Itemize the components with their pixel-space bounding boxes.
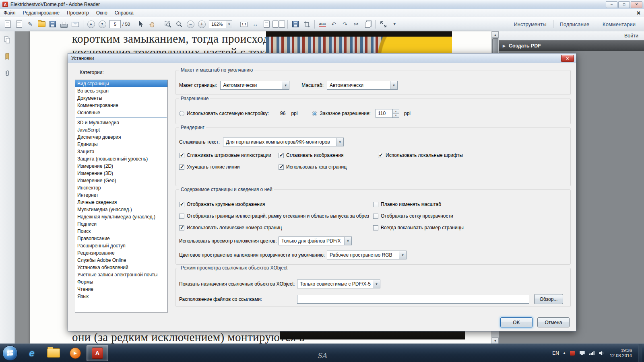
page-number-input[interactable]: 5 xyxy=(109,20,121,28)
save-copy-button[interactable] xyxy=(290,19,301,29)
browse-button[interactable]: Обзор... xyxy=(534,294,563,304)
minimize-button[interactable]: – xyxy=(606,1,617,8)
category-item[interactable]: Диспетчер доверия xyxy=(75,134,167,141)
category-item[interactable]: Основные xyxy=(75,109,167,116)
fit-width-button[interactable]: ↔ xyxy=(250,19,260,29)
menu-help[interactable]: Справка xyxy=(111,9,137,16)
toolbar-overflow-button[interactable]: ▼ xyxy=(389,19,400,29)
marquee-zoom-button[interactable] xyxy=(163,19,173,29)
category-item[interactable]: Язык xyxy=(75,293,167,300)
category-item[interactable]: Вид страницы xyxy=(75,80,167,87)
taskbar-ie-button[interactable]: e xyxy=(21,346,42,361)
category-item[interactable]: Единицы xyxy=(75,141,167,148)
smooth-zoom-checkbox[interactable]: Плавно изменять масштаб xyxy=(373,202,441,207)
zoom-tool-button[interactable] xyxy=(174,19,184,29)
category-item[interactable]: Во весь экран xyxy=(75,87,167,95)
local-fonts-checkbox[interactable]: Использовать локальные шрифты xyxy=(378,152,463,158)
language-indicator[interactable]: EN xyxy=(552,350,559,356)
page-thumbnails-button[interactable] xyxy=(3,35,12,44)
cancel-button[interactable]: Отмена xyxy=(537,317,570,327)
dialog-close-button[interactable]: ✕ xyxy=(561,55,574,62)
art-box-checkbox[interactable]: Отображать границы иллюстраций, рамку от… xyxy=(179,213,373,219)
category-item[interactable]: Установка обновлений xyxy=(75,264,167,271)
page-layout-select[interactable]: Автоматически ▼ xyxy=(220,81,289,90)
taskbar-media-button[interactable]: ▶ xyxy=(65,346,86,361)
menu-file[interactable]: Файл xyxy=(0,9,19,16)
fullscreen-button[interactable] xyxy=(378,19,388,29)
ok-button[interactable]: OK xyxy=(500,317,533,327)
category-item[interactable]: Мультимедиа (унаслед.) xyxy=(75,206,167,213)
transparency-grid-checkbox[interactable]: Отображать сетку прозрачности xyxy=(373,213,453,219)
scroll-up-icon[interactable]: ▲ xyxy=(492,31,499,38)
previous-page-button[interactable]: ▲ xyxy=(86,19,96,29)
category-item[interactable]: Формы xyxy=(75,278,167,286)
category-item[interactable]: Защита xyxy=(75,148,167,155)
always-show-page-size-checkbox[interactable]: Всегда показывать размер страницы xyxy=(373,225,464,230)
copy-button[interactable] xyxy=(362,19,373,29)
zoom-select[interactable]: Автоматически ▼ xyxy=(327,81,398,90)
category-item[interactable]: Интернет xyxy=(75,191,167,199)
print-button[interactable] xyxy=(59,19,69,29)
category-item[interactable]: JavaScript xyxy=(75,126,167,134)
dialog-title-bar[interactable]: Установки ✕ xyxy=(68,53,576,64)
overprint-preview-select[interactable]: Только для файлов PDF/X ▼ xyxy=(279,237,352,245)
menu-view[interactable]: Просмотр xyxy=(63,9,93,16)
taskbar-clock[interactable]: 19:36 12.08.2014 xyxy=(610,348,632,358)
category-item[interactable]: Службы Adobe Online xyxy=(75,257,167,264)
zoom-in-button[interactable]: + xyxy=(196,19,207,29)
page-cache-checkbox[interactable]: Использовать кэш страниц xyxy=(279,164,347,170)
actual-size-button[interactable]: 1:1 xyxy=(239,19,249,29)
attachments-button[interactable] xyxy=(3,69,12,78)
logical-page-numbers-checkbox[interactable]: Использовать логические номера страниц xyxy=(179,225,373,230)
tools-pane-button[interactable]: Инструменты xyxy=(507,21,553,27)
hand-tool-button[interactable] xyxy=(147,19,157,29)
close-button[interactable]: ✕ xyxy=(631,1,642,8)
comment-pane-button[interactable]: Комментарии xyxy=(596,21,642,27)
spinner-up-icon[interactable]: ▲ xyxy=(393,109,399,114)
category-item[interactable]: Рецензирование xyxy=(75,249,167,257)
xobject-show-select[interactable]: Только совместимые с PDF/X-5 ▼ xyxy=(297,280,380,288)
custom-resolution-radio[interactable]: Заказное разрешение: xyxy=(312,111,371,116)
tray-adobe-icon[interactable] xyxy=(570,350,576,356)
create-pdf-button[interactable] xyxy=(14,19,24,29)
category-item[interactable]: Учетные записи электронной почты xyxy=(75,271,167,278)
next-page-button[interactable]: ▼ xyxy=(97,19,107,29)
custom-resolution-spinner[interactable]: 110 ▲▼ xyxy=(376,109,399,118)
sign-in-link[interactable]: Войти xyxy=(624,33,638,39)
category-item[interactable]: Измерение (3D) xyxy=(75,170,167,177)
linked-files-location-input[interactable] xyxy=(297,295,529,304)
category-item[interactable]: Подписи xyxy=(75,220,167,228)
category-item[interactable]: Измерение (Geo) xyxy=(75,177,167,184)
category-item[interactable]: Измерение (2D) xyxy=(75,162,167,170)
select-tool-button[interactable] xyxy=(136,19,146,29)
smooth-images-checkbox[interactable]: Сглаживать изображения xyxy=(279,152,378,158)
single-page-button[interactable] xyxy=(261,19,272,29)
document-close-icon[interactable]: ✕ xyxy=(636,10,641,16)
category-item[interactable]: Личные сведения xyxy=(75,199,167,206)
sign-button[interactable]: ✎ xyxy=(25,19,35,29)
category-item[interactable]: Правописание xyxy=(75,235,167,242)
open-file-button[interactable] xyxy=(2,19,13,29)
scroll-down-icon[interactable]: ▼ xyxy=(492,337,499,344)
sign-pane-button[interactable]: Подписание xyxy=(553,21,596,27)
crop-button[interactable] xyxy=(301,19,312,29)
tray-volume-icon[interactable] xyxy=(599,350,605,356)
hidden-icons-chevron-icon[interactable]: ▲ xyxy=(563,351,566,355)
undo-button[interactable]: ↶ xyxy=(328,19,339,29)
email-button[interactable] xyxy=(70,19,80,29)
taskbar-adobe-reader-button[interactable]: A xyxy=(87,345,108,361)
category-item[interactable]: Инспектор xyxy=(75,184,167,191)
category-item[interactable]: Документы xyxy=(75,95,167,102)
taskbar-explorer-button[interactable] xyxy=(43,346,64,361)
bookmarks-button[interactable] xyxy=(3,52,12,61)
category-item[interactable]: 3D и Мультимедиа xyxy=(75,119,167,126)
category-item[interactable]: Комментирование xyxy=(75,102,167,109)
cut-button[interactable]: ✂ xyxy=(351,19,361,29)
category-item[interactable]: Чтение xyxy=(75,286,167,293)
category-item[interactable]: Защита (повышенный уровень) xyxy=(75,155,167,162)
enhance-thin-lines-checkbox[interactable]: Улучшать тонкие линии xyxy=(179,164,279,170)
smooth-line-art-checkbox[interactable]: Сглаживать штриховые иллюстрации xyxy=(179,152,279,158)
smooth-text-select[interactable]: Для портативных компьютеров/ЖК-мониторов… xyxy=(223,138,344,146)
menu-window[interactable]: Окно xyxy=(93,9,111,16)
start-button[interactable] xyxy=(2,346,18,361)
